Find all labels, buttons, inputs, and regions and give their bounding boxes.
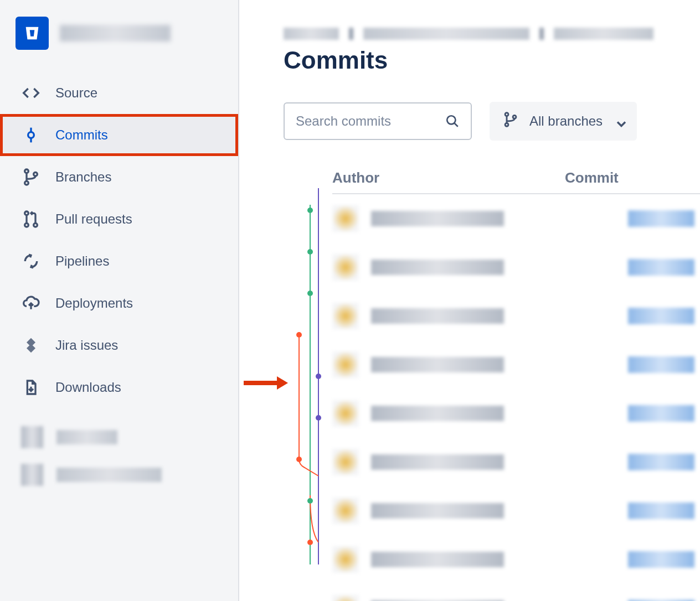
- sidebar-item-label: Branches: [55, 169, 111, 185]
- table-row[interactable]: [332, 535, 700, 584]
- sidebar-item-downloads[interactable]: Downloads: [0, 366, 238, 408]
- table-row[interactable]: [332, 243, 700, 292]
- svg-point-0: [28, 132, 34, 138]
- svg-point-17: [307, 249, 313, 255]
- search-icon: [445, 114, 460, 128]
- commit-hash[interactable]: [628, 210, 694, 227]
- commit-hash[interactable]: [628, 454, 694, 470]
- jira-icon: [22, 336, 40, 354]
- sidebar-extra-item[interactable]: [16, 456, 223, 494]
- commit-author: [371, 211, 504, 226]
- sidebar-item-label: Deployments: [55, 296, 133, 311]
- repo-header: [0, 17, 238, 72]
- table-row[interactable]: [332, 389, 700, 438]
- avatar: [332, 400, 359, 427]
- sidebar-item-label: Pull requests: [55, 211, 132, 227]
- bitbucket-logo-icon: [16, 17, 49, 50]
- column-header-author: Author: [332, 169, 565, 186]
- sidebar-item-deployments[interactable]: Deployments: [0, 282, 238, 324]
- commit-hash[interactable]: [628, 308, 694, 324]
- svg-line-10: [454, 123, 458, 127]
- breadcrumb: [284, 28, 700, 40]
- table-row[interactable]: [332, 194, 700, 243]
- controls: All branches: [284, 102, 700, 141]
- sidebar-item-label: Source: [55, 85, 97, 101]
- commit-hash[interactable]: [628, 356, 694, 373]
- sidebar-item-label: Downloads: [55, 380, 121, 395]
- search-input[interactable]: [296, 113, 445, 129]
- repo-name: [60, 25, 171, 42]
- svg-point-16: [307, 208, 313, 213]
- breadcrumb-segment[interactable]: [284, 28, 339, 40]
- search-box[interactable]: [284, 102, 472, 140]
- commit-hash[interactable]: [628, 405, 694, 422]
- commit-author: [371, 454, 504, 470]
- commit-author: [371, 357, 504, 372]
- table-row[interactable]: [332, 584, 700, 601]
- commit-hash[interactable]: [628, 259, 694, 276]
- avatar: [21, 426, 43, 448]
- svg-point-23: [307, 498, 313, 504]
- column-header-commit: Commit: [565, 169, 619, 186]
- commits-table: Author Commit: [332, 163, 700, 601]
- branch-filter-label: All branches: [529, 113, 603, 129]
- commit-author: [371, 503, 504, 519]
- code-icon: [22, 84, 40, 102]
- commit-icon: [22, 126, 40, 144]
- commit-author: [371, 552, 504, 567]
- avatar: [332, 498, 359, 524]
- annotation-arrow: [244, 376, 288, 390]
- download-icon: [22, 379, 40, 396]
- sidebar-item-branches[interactable]: Branches: [0, 156, 238, 198]
- branch-icon: [22, 168, 40, 186]
- table-row[interactable]: [332, 438, 700, 486]
- svg-point-8: [34, 223, 38, 227]
- sidebar-item-commits[interactable]: Commits: [0, 114, 238, 156]
- avatar: [332, 254, 359, 281]
- branch-icon: [503, 112, 518, 131]
- table-row[interactable]: [332, 292, 700, 340]
- svg-point-3: [25, 169, 29, 173]
- svg-point-12: [505, 123, 508, 126]
- commit-hash[interactable]: [628, 551, 694, 568]
- avatar: [332, 595, 359, 601]
- commit-author: [371, 406, 504, 421]
- avatar: [332, 449, 359, 475]
- sidebar-item-pipelines[interactable]: Pipelines: [0, 240, 238, 282]
- svg-point-6: [25, 211, 29, 215]
- svg-point-13: [513, 115, 516, 118]
- pull-request-icon: [22, 210, 40, 228]
- page-title: Commits: [284, 46, 700, 74]
- svg-point-4: [25, 181, 29, 185]
- breadcrumb-segment[interactable]: [363, 28, 529, 40]
- sidebar-item-label: Jira issues: [55, 338, 118, 353]
- sidebar-extra-item[interactable]: [16, 418, 223, 456]
- sidebar-item-pull-requests[interactable]: Pull requests: [0, 198, 238, 240]
- sidebar-item-label: Pipelines: [55, 253, 109, 269]
- commit-hash[interactable]: [628, 502, 694, 519]
- branch-filter-dropdown[interactable]: All branches: [490, 102, 637, 141]
- extra-label: [56, 468, 162, 482]
- svg-point-11: [505, 113, 508, 116]
- table-row[interactable]: [332, 340, 700, 389]
- commit-graph: [288, 188, 332, 564]
- sidebar-item-source[interactable]: Source: [0, 72, 238, 114]
- svg-point-21: [316, 415, 321, 421]
- avatar: [332, 351, 359, 378]
- avatar: [21, 464, 43, 486]
- avatar: [332, 205, 359, 232]
- svg-point-9: [447, 116, 455, 124]
- chevron-down-icon: [614, 116, 624, 126]
- svg-marker-26: [277, 376, 288, 390]
- sidebar-item-jira-issues[interactable]: Jira issues: [0, 324, 238, 366]
- avatar: [332, 546, 359, 573]
- sidebar-item-label: Commits: [55, 127, 108, 143]
- table-header: Author Commit: [332, 163, 700, 194]
- avatar: [332, 303, 359, 329]
- svg-point-22: [296, 457, 302, 462]
- table-row[interactable]: [332, 486, 700, 535]
- breadcrumb-segment[interactable]: [554, 28, 653, 40]
- cloud-upload-icon: [22, 294, 40, 312]
- extra-label: [56, 430, 117, 444]
- svg-point-24: [307, 540, 313, 545]
